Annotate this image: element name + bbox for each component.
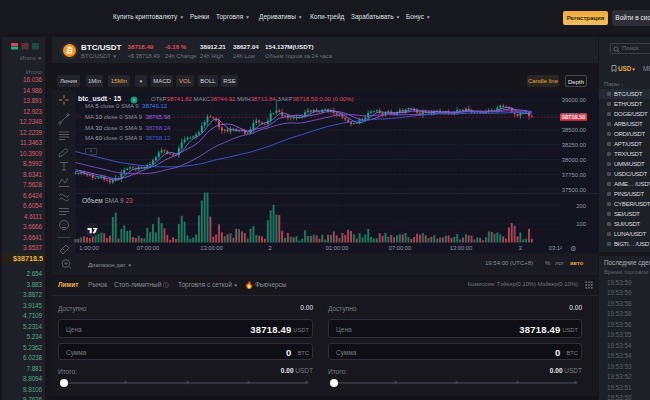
svg-text:3: 3 (518, 245, 521, 251)
svg-text:03:1²: 03:1² (549, 245, 562, 251)
svg-text:01:00:00: 01:00:00 (326, 245, 349, 251)
svg-text:13:00:00: 13:00:00 (200, 245, 223, 251)
svg-text:37500.00: 37500.00 (562, 187, 586, 193)
svg-text:⚙: ⚙ (570, 245, 576, 252)
svg-text:39000.00: 39000.00 (562, 97, 586, 103)
svg-text:2: 2 (268, 245, 271, 251)
svg-text:07:00:00: 07:00:00 (389, 245, 412, 251)
svg-text:1:00:00: 1:00:00 (79, 245, 98, 251)
svg-text:07:00:00: 07:00:00 (137, 245, 160, 251)
svg-text:38000.00: 38000.00 (562, 157, 586, 163)
svg-text:13:00:00: 13:00:00 (450, 245, 473, 251)
svg-text:37750.00: 37750.00 (562, 172, 586, 178)
svg-text:100: 100 (576, 221, 586, 227)
svg-text:38500.00: 38500.00 (562, 127, 586, 133)
svg-text:38250.00: 38250.00 (562, 142, 586, 148)
svg-text:200: 200 (576, 203, 586, 209)
svg-text:38750.00: 38750.00 (562, 112, 586, 118)
